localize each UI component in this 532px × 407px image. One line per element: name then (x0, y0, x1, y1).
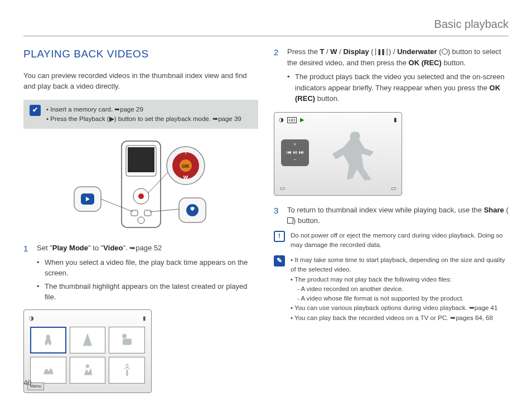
playback-screen-illustration: ◑ HD ▶ ▮ + ⏮ ⏯ ⏭ − (274, 112, 402, 196)
prev-icon: ⏮ (287, 149, 292, 157)
storage-icon: ◑ (279, 117, 284, 123)
svg-text:W: W (183, 175, 188, 180)
step3-text: To return to thumbnail index view while … (287, 206, 509, 225)
warning-text: Do not power off or eject the memory car… (291, 231, 509, 250)
note-item: The product may not play back the follow… (291, 275, 509, 304)
prereq-item: Press the Playback (▶) button to set the… (46, 114, 241, 124)
play-icon: ▶ (300, 117, 304, 123)
svg-rect-24 (123, 339, 132, 345)
section-title: PLAYING BACK VIDEOS (23, 46, 258, 62)
battery-icon: ▮ (394, 115, 397, 124)
intro-text: You can preview recorded videos in the t… (23, 70, 258, 92)
next-icon: ⏭ (299, 149, 304, 157)
step2-text: Press the T / W / Display (|❚❚|) / Under… (287, 47, 501, 67)
svg-text:OK: OK (182, 163, 190, 169)
display-icon: ▭ (391, 184, 396, 192)
device-illustration: OK T W (23, 138, 258, 232)
step1-text: Set "Play Mode" to "Video". ➥page 52 (37, 244, 162, 252)
warning-icon: ! (274, 231, 285, 242)
step1-bullet: When you select a video file, the play b… (37, 257, 258, 279)
thumbnail-item (30, 357, 66, 384)
play-pause-icon: ⏯ (293, 149, 298, 157)
step1-bullet: The thumbnail highlight appears on the l… (37, 281, 258, 303)
thumbnail-item (30, 327, 66, 353)
note-item: You can use various playback options dur… (291, 303, 509, 313)
page-chapter-title: Basic playback (23, 16, 509, 36)
svg-rect-2 (128, 147, 154, 172)
info-note: ✎ It may take some time to start playbac… (274, 255, 509, 323)
note-subitem: A video recorded on another device. (297, 284, 509, 294)
warning-note: ! Do not power off or eject the memory c… (274, 231, 509, 250)
playback-controls-overlay: + ⏮ ⏯ ⏭ − (281, 139, 309, 166)
page-number: 40 (23, 377, 31, 389)
prereq-item: Insert a memory card. ➥page 29 (46, 105, 241, 114)
step-number: 2 (274, 46, 282, 106)
thumbnail-item (109, 357, 145, 384)
step-1: 1 Set "Play Mode" to "Video". ➥page 52 W… (23, 243, 258, 305)
svg-point-25 (86, 365, 89, 368)
note-subitem: A video whose file format is not support… (297, 294, 509, 303)
silhouette-graphic (325, 126, 386, 185)
step2-bullet: The product plays back the video you sel… (287, 71, 509, 104)
thumbnail-index-illustration: ◑ ▮ (23, 309, 152, 393)
hd-badge: HD (287, 117, 297, 123)
menu-icon: ▭ (280, 184, 285, 192)
thumbnail-item (109, 327, 145, 353)
svg-marker-22 (83, 333, 92, 346)
step-2: 2 Press the T / W / Display (|❚❚|) / Und… (274, 46, 509, 106)
svg-text:T: T (184, 150, 187, 156)
prerequisite-list: Insert a memory card. ➥page 29 Press the… (46, 105, 241, 124)
volume-plus-icon: + (293, 141, 296, 149)
storage-icon: ◑ (29, 314, 34, 322)
note-item: It may take some time to start playback,… (291, 255, 509, 275)
step-3: 3 To return to thumbnail index view whil… (274, 205, 509, 226)
note-icon: ✎ (274, 255, 285, 267)
check-icon: ✔ (30, 105, 41, 116)
volume-minus-icon: − (293, 156, 296, 164)
prerequisite-box: ✔ Insert a memory card. ➥page 29 Press t… (23, 100, 258, 129)
thumbnail-item (70, 327, 106, 353)
svg-point-23 (122, 334, 127, 338)
svg-point-4 (138, 193, 144, 199)
step-number: 1 (23, 243, 31, 305)
note-item: You can play back the recorded videos on… (291, 313, 509, 323)
battery-icon: ▮ (143, 314, 146, 322)
step-number: 3 (274, 205, 282, 226)
svg-rect-26 (126, 370, 128, 376)
thumbnail-item (70, 357, 106, 384)
